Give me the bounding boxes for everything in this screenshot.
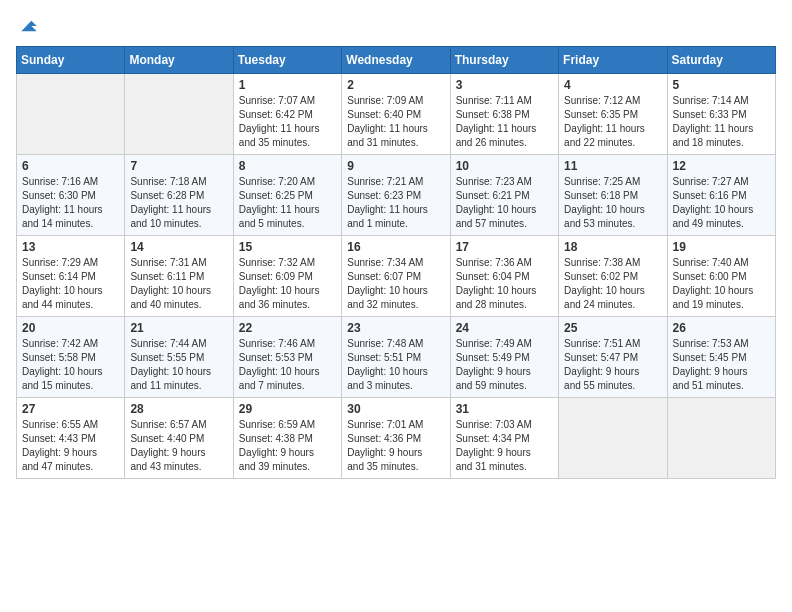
calendar-cell: 24Sunrise: 7:49 AM Sunset: 5:49 PM Dayli…: [450, 317, 558, 398]
cell-content: Sunrise: 7:09 AM Sunset: 6:40 PM Dayligh…: [347, 94, 444, 150]
cell-content: Sunrise: 7:12 AM Sunset: 6:35 PM Dayligh…: [564, 94, 661, 150]
calendar-cell: 5Sunrise: 7:14 AM Sunset: 6:33 PM Daylig…: [667, 74, 775, 155]
day-number: 29: [239, 402, 336, 416]
cell-content: Sunrise: 7:49 AM Sunset: 5:49 PM Dayligh…: [456, 337, 553, 393]
day-number: 14: [130, 240, 227, 254]
cell-content: Sunrise: 7:29 AM Sunset: 6:14 PM Dayligh…: [22, 256, 119, 312]
day-number: 28: [130, 402, 227, 416]
day-number: 20: [22, 321, 119, 335]
day-number: 6: [22, 159, 119, 173]
cell-content: Sunrise: 7:36 AM Sunset: 6:04 PM Dayligh…: [456, 256, 553, 312]
col-header-wednesday: Wednesday: [342, 47, 450, 74]
cell-content: Sunrise: 7:03 AM Sunset: 4:34 PM Dayligh…: [456, 418, 553, 474]
cell-content: Sunrise: 7:20 AM Sunset: 6:25 PM Dayligh…: [239, 175, 336, 231]
day-number: 10: [456, 159, 553, 173]
cell-content: Sunrise: 7:21 AM Sunset: 6:23 PM Dayligh…: [347, 175, 444, 231]
calendar-cell: 16Sunrise: 7:34 AM Sunset: 6:07 PM Dayli…: [342, 236, 450, 317]
day-number: 9: [347, 159, 444, 173]
calendar-week-3: 13Sunrise: 7:29 AM Sunset: 6:14 PM Dayli…: [17, 236, 776, 317]
calendar-cell: 21Sunrise: 7:44 AM Sunset: 5:55 PM Dayli…: [125, 317, 233, 398]
cell-content: Sunrise: 7:51 AM Sunset: 5:47 PM Dayligh…: [564, 337, 661, 393]
day-number: 21: [130, 321, 227, 335]
calendar-cell: 1Sunrise: 7:07 AM Sunset: 6:42 PM Daylig…: [233, 74, 341, 155]
day-number: 7: [130, 159, 227, 173]
calendar-week-1: 1Sunrise: 7:07 AM Sunset: 6:42 PM Daylig…: [17, 74, 776, 155]
calendar-cell: 25Sunrise: 7:51 AM Sunset: 5:47 PM Dayli…: [559, 317, 667, 398]
col-header-friday: Friday: [559, 47, 667, 74]
calendar-cell: 12Sunrise: 7:27 AM Sunset: 6:16 PM Dayli…: [667, 155, 775, 236]
calendar-week-4: 20Sunrise: 7:42 AM Sunset: 5:58 PM Dayli…: [17, 317, 776, 398]
col-header-thursday: Thursday: [450, 47, 558, 74]
col-header-monday: Monday: [125, 47, 233, 74]
cell-content: Sunrise: 6:59 AM Sunset: 4:38 PM Dayligh…: [239, 418, 336, 474]
cell-content: Sunrise: 7:25 AM Sunset: 6:18 PM Dayligh…: [564, 175, 661, 231]
calendar-cell: 8Sunrise: 7:20 AM Sunset: 6:25 PM Daylig…: [233, 155, 341, 236]
calendar-cell: 22Sunrise: 7:46 AM Sunset: 5:53 PM Dayli…: [233, 317, 341, 398]
day-number: 30: [347, 402, 444, 416]
calendar-cell: 15Sunrise: 7:32 AM Sunset: 6:09 PM Dayli…: [233, 236, 341, 317]
calendar-cell: 23Sunrise: 7:48 AM Sunset: 5:51 PM Dayli…: [342, 317, 450, 398]
cell-content: Sunrise: 7:01 AM Sunset: 4:36 PM Dayligh…: [347, 418, 444, 474]
calendar-cell: 30Sunrise: 7:01 AM Sunset: 4:36 PM Dayli…: [342, 398, 450, 479]
day-number: 22: [239, 321, 336, 335]
calendar-cell: [17, 74, 125, 155]
calendar-cell: [125, 74, 233, 155]
cell-content: Sunrise: 7:27 AM Sunset: 6:16 PM Dayligh…: [673, 175, 770, 231]
cell-content: Sunrise: 6:55 AM Sunset: 4:43 PM Dayligh…: [22, 418, 119, 474]
calendar-cell: 14Sunrise: 7:31 AM Sunset: 6:11 PM Dayli…: [125, 236, 233, 317]
cell-content: Sunrise: 7:46 AM Sunset: 5:53 PM Dayligh…: [239, 337, 336, 393]
calendar-cell: 27Sunrise: 6:55 AM Sunset: 4:43 PM Dayli…: [17, 398, 125, 479]
calendar-header-row: SundayMondayTuesdayWednesdayThursdayFrid…: [17, 47, 776, 74]
day-number: 11: [564, 159, 661, 173]
calendar-cell: 26Sunrise: 7:53 AM Sunset: 5:45 PM Dayli…: [667, 317, 775, 398]
cell-content: Sunrise: 7:18 AM Sunset: 6:28 PM Dayligh…: [130, 175, 227, 231]
day-number: 23: [347, 321, 444, 335]
day-number: 26: [673, 321, 770, 335]
cell-content: Sunrise: 7:14 AM Sunset: 6:33 PM Dayligh…: [673, 94, 770, 150]
cell-content: Sunrise: 7:40 AM Sunset: 6:00 PM Dayligh…: [673, 256, 770, 312]
svg-marker-0: [21, 21, 36, 32]
calendar-cell: [559, 398, 667, 479]
cell-content: Sunrise: 7:16 AM Sunset: 6:30 PM Dayligh…: [22, 175, 119, 231]
day-number: 5: [673, 78, 770, 92]
day-number: 8: [239, 159, 336, 173]
cell-content: Sunrise: 7:42 AM Sunset: 5:58 PM Dayligh…: [22, 337, 119, 393]
day-number: 27: [22, 402, 119, 416]
cell-content: Sunrise: 7:07 AM Sunset: 6:42 PM Dayligh…: [239, 94, 336, 150]
page-header: [16, 16, 776, 36]
day-number: 16: [347, 240, 444, 254]
day-number: 31: [456, 402, 553, 416]
calendar-cell: 10Sunrise: 7:23 AM Sunset: 6:21 PM Dayli…: [450, 155, 558, 236]
calendar-week-2: 6Sunrise: 7:16 AM Sunset: 6:30 PM Daylig…: [17, 155, 776, 236]
cell-content: Sunrise: 7:32 AM Sunset: 6:09 PM Dayligh…: [239, 256, 336, 312]
calendar-cell: 4Sunrise: 7:12 AM Sunset: 6:35 PM Daylig…: [559, 74, 667, 155]
calendar-cell: 2Sunrise: 7:09 AM Sunset: 6:40 PM Daylig…: [342, 74, 450, 155]
logo-icon: [18, 16, 38, 36]
calendar-cell: 11Sunrise: 7:25 AM Sunset: 6:18 PM Dayli…: [559, 155, 667, 236]
cell-content: Sunrise: 7:23 AM Sunset: 6:21 PM Dayligh…: [456, 175, 553, 231]
day-number: 12: [673, 159, 770, 173]
day-number: 15: [239, 240, 336, 254]
calendar-cell: [667, 398, 775, 479]
day-number: 3: [456, 78, 553, 92]
calendar-cell: 19Sunrise: 7:40 AM Sunset: 6:00 PM Dayli…: [667, 236, 775, 317]
cell-content: Sunrise: 7:38 AM Sunset: 6:02 PM Dayligh…: [564, 256, 661, 312]
calendar-cell: 17Sunrise: 7:36 AM Sunset: 6:04 PM Dayli…: [450, 236, 558, 317]
day-number: 25: [564, 321, 661, 335]
calendar-cell: 18Sunrise: 7:38 AM Sunset: 6:02 PM Dayli…: [559, 236, 667, 317]
day-number: 4: [564, 78, 661, 92]
cell-content: Sunrise: 7:44 AM Sunset: 5:55 PM Dayligh…: [130, 337, 227, 393]
day-number: 19: [673, 240, 770, 254]
cell-content: Sunrise: 7:48 AM Sunset: 5:51 PM Dayligh…: [347, 337, 444, 393]
calendar-cell: 3Sunrise: 7:11 AM Sunset: 6:38 PM Daylig…: [450, 74, 558, 155]
calendar-cell: 29Sunrise: 6:59 AM Sunset: 4:38 PM Dayli…: [233, 398, 341, 479]
day-number: 1: [239, 78, 336, 92]
calendar-table: SundayMondayTuesdayWednesdayThursdayFrid…: [16, 46, 776, 479]
day-number: 24: [456, 321, 553, 335]
calendar-cell: 31Sunrise: 7:03 AM Sunset: 4:34 PM Dayli…: [450, 398, 558, 479]
calendar-cell: 7Sunrise: 7:18 AM Sunset: 6:28 PM Daylig…: [125, 155, 233, 236]
calendar-week-5: 27Sunrise: 6:55 AM Sunset: 4:43 PM Dayli…: [17, 398, 776, 479]
cell-content: Sunrise: 6:57 AM Sunset: 4:40 PM Dayligh…: [130, 418, 227, 474]
day-number: 2: [347, 78, 444, 92]
cell-content: Sunrise: 7:11 AM Sunset: 6:38 PM Dayligh…: [456, 94, 553, 150]
